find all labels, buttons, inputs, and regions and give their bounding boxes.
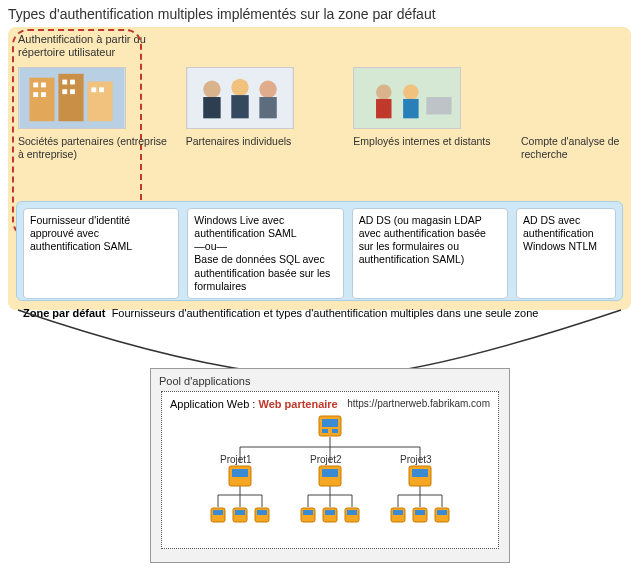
svg-rect-8 xyxy=(62,80,67,85)
svg-rect-16 xyxy=(203,97,220,118)
svg-rect-70 xyxy=(393,510,403,515)
svg-rect-56 xyxy=(412,469,428,477)
default-zone-box: Fournisseur d'identité approuvé avec aut… xyxy=(16,201,623,301)
leaf-icon xyxy=(412,507,428,523)
leaf-icon xyxy=(210,507,226,523)
leaf-icon xyxy=(434,507,450,523)
svg-rect-74 xyxy=(437,510,447,515)
svg-rect-54 xyxy=(322,469,338,477)
site-root-icon xyxy=(318,415,342,437)
svg-rect-7 xyxy=(41,92,46,97)
svg-point-22 xyxy=(376,84,391,99)
auth-box-adds-ldap: AD DS (ou magasin LDAP avec authentifica… xyxy=(352,208,508,299)
svg-rect-4 xyxy=(33,83,38,88)
svg-rect-9 xyxy=(70,80,75,85)
site-tree: Projet1 Projet2 Projet3 xyxy=(180,415,480,540)
leaf-icon xyxy=(254,507,270,523)
project1-icon xyxy=(228,465,252,487)
svg-rect-52 xyxy=(232,469,248,477)
svg-rect-25 xyxy=(403,99,418,118)
project3-label: Projet3 xyxy=(400,454,432,465)
auth-box-saml-trusted: Fournisseur d'identité approuvé avec aut… xyxy=(23,208,179,299)
col-partner-companies: Sociétés partenaires (entreprise à entre… xyxy=(18,67,170,163)
svg-rect-72 xyxy=(415,510,425,515)
svg-rect-18 xyxy=(231,95,248,118)
svg-rect-10 xyxy=(62,89,67,94)
svg-point-15 xyxy=(203,81,220,98)
pool-title: Pool d'applications xyxy=(151,369,509,389)
leaf-icon xyxy=(300,507,316,523)
svg-rect-20 xyxy=(259,97,276,118)
svg-rect-64 xyxy=(303,510,313,515)
app-label: Application Web : xyxy=(170,398,255,410)
svg-rect-66 xyxy=(325,510,335,515)
user-type-columns: Sociétés partenaires (entreprise à entre… xyxy=(18,67,621,163)
leaf-icon xyxy=(232,507,248,523)
image-employees xyxy=(353,67,461,129)
col-individual-partners: Partenaires individuels xyxy=(186,67,338,163)
svg-rect-6 xyxy=(33,92,38,97)
user-directory-label: Authentification à partir du répertoire … xyxy=(18,33,158,59)
svg-rect-58 xyxy=(213,510,223,515)
col-label-search-account: Compte d'analyse de recherche xyxy=(521,135,621,163)
auth-box-windows-live: Windows Live avec authentification SAML … xyxy=(187,208,343,299)
image-buildings xyxy=(18,67,126,129)
project2-label: Projet2 xyxy=(310,454,342,465)
leaf-icon xyxy=(390,507,406,523)
svg-rect-49 xyxy=(322,429,328,433)
svg-point-19 xyxy=(259,81,276,98)
svg-rect-5 xyxy=(41,83,46,88)
auth-box-adds-ntlm: AD DS avec authentification Windows NTLM xyxy=(516,208,616,299)
svg-rect-12 xyxy=(91,87,96,92)
col-search-account: Compte d'analyse de recherche xyxy=(521,67,621,163)
leaf-icon xyxy=(322,507,338,523)
svg-rect-68 xyxy=(347,510,357,515)
svg-rect-11 xyxy=(70,89,75,94)
svg-rect-13 xyxy=(99,87,104,92)
project1-label: Projet1 xyxy=(220,454,252,465)
project2-icon xyxy=(318,465,342,487)
svg-rect-50 xyxy=(332,429,338,433)
col-label-partner-companies: Sociétés partenaires (entreprise à entre… xyxy=(18,135,170,163)
svg-rect-23 xyxy=(376,99,391,118)
application-pool-box: Pool d'applications Application Web : We… xyxy=(150,368,510,563)
web-application-box: Application Web : Web partenaire https:/… xyxy=(161,391,499,549)
leaf-icon xyxy=(344,507,360,523)
top-panel: Authentification à partir du répertoire … xyxy=(8,27,631,310)
svg-point-17 xyxy=(231,79,248,96)
col-label-internal-employees: Employés internes et distants xyxy=(353,135,505,163)
svg-point-24 xyxy=(403,84,418,99)
svg-rect-60 xyxy=(235,510,245,515)
svg-rect-26 xyxy=(427,97,452,114)
svg-rect-62 xyxy=(257,510,267,515)
project3-icon xyxy=(408,465,432,487)
col-label-individual-partners: Partenaires individuels xyxy=(186,135,338,163)
image-people-group xyxy=(186,67,294,129)
col-internal-employees: Employés internes et distants xyxy=(353,67,505,163)
svg-rect-48 xyxy=(322,419,338,427)
app-name: Web partenaire xyxy=(258,398,337,410)
diagram-title: Types d'authentification multiples implé… xyxy=(8,6,436,22)
